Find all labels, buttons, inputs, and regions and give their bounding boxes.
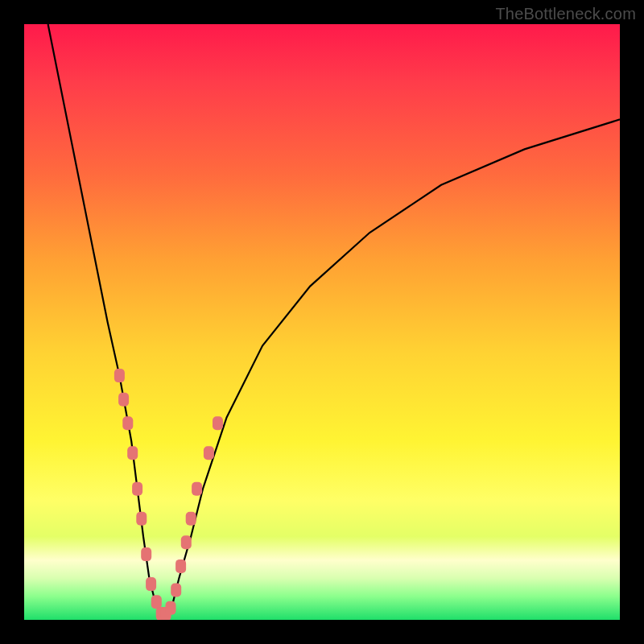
marker-point	[127, 446, 138, 460]
marker-point	[141, 547, 151, 561]
marker-point	[171, 584, 181, 597]
marker-point	[114, 369, 125, 382]
bottleneck-curve	[48, 24, 620, 614]
marker-point	[181, 535, 192, 549]
marker-point	[204, 446, 214, 460]
marker-point	[122, 416, 133, 430]
watermark-text: TheBottleneck.com	[495, 5, 636, 23]
marker-point	[146, 577, 156, 591]
marker-point	[132, 482, 142, 496]
marker-point	[175, 559, 186, 573]
plot-area	[24, 24, 620, 620]
chart-frame: TheBottleneck.com	[0, 0, 644, 644]
marker-point	[166, 601, 176, 615]
marker-point	[136, 512, 147, 526]
highlight-markers	[114, 369, 223, 620]
marker-point	[186, 512, 196, 526]
marker-point	[213, 416, 223, 430]
marker-point	[192, 482, 202, 496]
curve-svg	[24, 24, 620, 620]
marker-point	[151, 595, 162, 609]
marker-point	[118, 393, 129, 407]
